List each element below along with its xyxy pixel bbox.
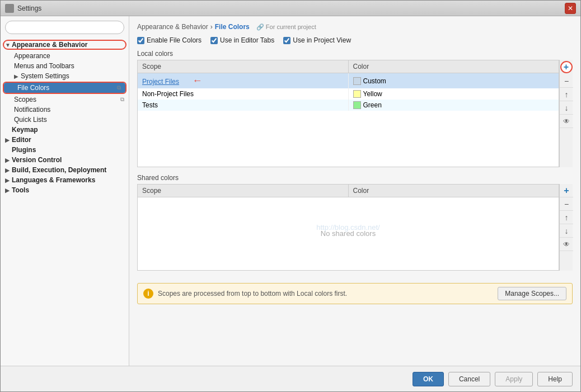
sidebar-item-system-settings[interactable]: ▶ System Settings bbox=[1, 71, 129, 81]
shared-colors-section: Shared colors Scope Color bbox=[137, 174, 573, 271]
options-row: Enable File Colors Use in Editor Tabs Us… bbox=[137, 36, 573, 44]
add-local-color-button[interactable]: + bbox=[560, 61, 573, 73]
move-down-shared-button[interactable]: ↓ bbox=[560, 224, 573, 238]
sidebar-tree: ▼ Appearance & Behavior Appearance Menus… bbox=[1, 39, 129, 366]
manage-scopes-button[interactable]: Manage Scopes... bbox=[498, 287, 566, 300]
local-colors-table: Scope Color Project Files ← bbox=[138, 60, 559, 167]
table-row[interactable]: Tests Green bbox=[138, 100, 559, 111]
sidebar-item-notifications[interactable]: Notifications bbox=[1, 105, 129, 115]
breadcrumb-project: 🔗 For current project bbox=[256, 23, 316, 31]
color-swatch bbox=[353, 101, 361, 109]
title-bar-left: Settings bbox=[5, 4, 41, 13]
row-color: Green bbox=[348, 100, 559, 111]
settings-icon bbox=[5, 4, 14, 13]
window-title: Settings bbox=[17, 4, 41, 12]
title-bar: Settings ✕ bbox=[1, 1, 580, 16]
remove-shared-color-button[interactable]: − bbox=[560, 197, 573, 211]
sidebar-item-scopes[interactable]: Scopes ⧉ bbox=[1, 95, 129, 105]
enable-file-colors-checkbox[interactable] bbox=[137, 37, 144, 44]
help-button[interactable]: Help bbox=[537, 372, 573, 386]
sidebar-item-editor[interactable]: ▶ Editor bbox=[1, 135, 129, 145]
eye-shared-button[interactable]: 👁 bbox=[560, 238, 573, 251]
row-scope: Tests bbox=[138, 100, 348, 111]
empty-row: No shared colors bbox=[138, 197, 559, 270]
local-colors-actions: + − ↑ ↓ 👁 bbox=[559, 60, 573, 167]
copy-icon: ⧉ bbox=[117, 84, 121, 91]
sidebar-item-file-colors[interactable]: File Colors ⧉ bbox=[4, 83, 125, 93]
table-row[interactable]: Non-Project Files Yellow bbox=[138, 88, 559, 100]
color-swatch bbox=[353, 77, 361, 85]
breadcrumb-separator: › bbox=[210, 23, 213, 31]
settings-window: Settings ✕ ▼ Appearance & Behavior Appea… bbox=[0, 0, 581, 392]
use-in-editor-tabs-checkbox[interactable] bbox=[210, 37, 218, 44]
close-button[interactable]: ✕ bbox=[565, 3, 576, 14]
row-scope: Non-Project Files bbox=[138, 88, 348, 100]
ok-button[interactable]: OK bbox=[413, 372, 444, 386]
row-color: Yellow bbox=[348, 88, 559, 100]
move-down-local-button[interactable]: ↓ bbox=[560, 101, 573, 115]
info-icon: i bbox=[143, 289, 153, 299]
build-arrow: ▶ bbox=[5, 167, 12, 173]
row-color: Custom bbox=[348, 73, 559, 89]
move-up-shared-button[interactable]: ↑ bbox=[560, 211, 573, 224]
cancel-button[interactable]: Cancel bbox=[448, 372, 490, 386]
arrow-annotation: ← bbox=[192, 75, 202, 86]
local-colors-section: Local colors Scope Color bbox=[137, 50, 573, 167]
move-up-local-button[interactable]: ↑ bbox=[560, 88, 573, 101]
editor-arrow: ▶ bbox=[5, 137, 12, 143]
local-scope-header: Scope bbox=[138, 60, 348, 73]
sidebar-item-menus-toolbars[interactable]: Menus and Toolbars bbox=[1, 61, 129, 71]
row-scope: Project Files ← bbox=[138, 73, 348, 89]
use-in-project-view-label[interactable]: Use in Project View bbox=[283, 36, 351, 44]
use-in-editor-tabs-label[interactable]: Use in Editor Tabs bbox=[210, 36, 274, 44]
sidebar-item-version-control[interactable]: ▶ Version Control bbox=[1, 155, 129, 165]
empty-row bbox=[138, 111, 559, 167]
sidebar-item-keymap[interactable]: Keymap bbox=[1, 125, 129, 135]
content-area: ▼ Appearance & Behavior Appearance Menus… bbox=[1, 16, 580, 366]
shared-colors-title: Shared colors bbox=[137, 174, 573, 182]
copy-icon-scopes: ⧉ bbox=[120, 96, 124, 103]
color-swatch bbox=[353, 90, 361, 98]
use-in-project-view-checkbox[interactable] bbox=[283, 37, 290, 44]
local-colors-table-wrapper: Scope Color Project Files ← bbox=[137, 60, 573, 167]
shared-colors-table-container: Scope Color No shared colors bbox=[137, 184, 559, 271]
breadcrumb: Appearance & Behavior › File Colors 🔗 Fo… bbox=[137, 23, 573, 31]
eye-local-button[interactable]: 👁 bbox=[560, 115, 573, 128]
sidebar-item-file-colors-wrapper: File Colors ⧉ bbox=[3, 82, 126, 94]
sidebar-item-appearance[interactable]: Appearance bbox=[1, 51, 129, 61]
shared-colors-actions: + − ↑ ↓ 👁 bbox=[559, 184, 573, 271]
sidebar-item-languages-frameworks[interactable]: ▶ Languages & Frameworks bbox=[1, 175, 129, 185]
expand-arrow: ▼ bbox=[5, 42, 12, 48]
local-color-header: Color bbox=[348, 60, 559, 73]
table-row[interactable]: Project Files ← Custom bbox=[138, 73, 559, 89]
sidebar-item-appearance-behavior[interactable]: ▼ Appearance & Behavior bbox=[3, 40, 126, 50]
sidebar: ▼ Appearance & Behavior Appearance Menus… bbox=[1, 16, 129, 366]
enable-file-colors-label[interactable]: Enable File Colors bbox=[137, 36, 202, 44]
shared-scope-header: Scope bbox=[138, 185, 348, 197]
shared-colors-table-wrapper: Scope Color No shared colors bbox=[137, 184, 573, 271]
lang-arrow: ▶ bbox=[5, 177, 12, 183]
shared-colors-table: Scope Color No shared colors bbox=[138, 185, 559, 270]
sidebar-item-plugins[interactable]: Plugins bbox=[1, 145, 129, 155]
vc-arrow: ▶ bbox=[5, 157, 12, 163]
search-box bbox=[5, 21, 124, 34]
info-bar: i Scopes are processed from top to botto… bbox=[137, 283, 573, 304]
add-shared-color-button[interactable]: + bbox=[560, 184, 573, 197]
sidebar-item-build-execution[interactable]: ▶ Build, Execution, Deployment bbox=[1, 165, 129, 175]
sidebar-item-tools[interactable]: ▶ Tools bbox=[1, 185, 129, 195]
breadcrumb-parent: Appearance & Behavior bbox=[137, 23, 208, 31]
no-shared-colors-message: No shared colors bbox=[142, 207, 554, 260]
tools-arrow: ▶ bbox=[5, 187, 12, 193]
breadcrumb-child: File Colors bbox=[215, 23, 250, 31]
svg-point-0 bbox=[8, 7, 11, 10]
plugins-arrow bbox=[5, 147, 12, 153]
info-message: Scopes are processed from top to bottom … bbox=[158, 290, 347, 297]
search-input[interactable] bbox=[5, 21, 124, 34]
local-colors-table-container: Scope Color Project Files ← bbox=[137, 60, 559, 167]
system-settings-arrow: ▶ bbox=[14, 73, 21, 79]
main-panel: Appearance & Behavior › File Colors 🔗 Fo… bbox=[129, 16, 580, 366]
sidebar-item-quick-lists[interactable]: Quick Lists bbox=[1, 115, 129, 125]
shared-color-header: Color bbox=[348, 185, 559, 197]
remove-local-color-button[interactable]: − bbox=[560, 74, 573, 88]
apply-button[interactable]: Apply bbox=[495, 372, 533, 386]
